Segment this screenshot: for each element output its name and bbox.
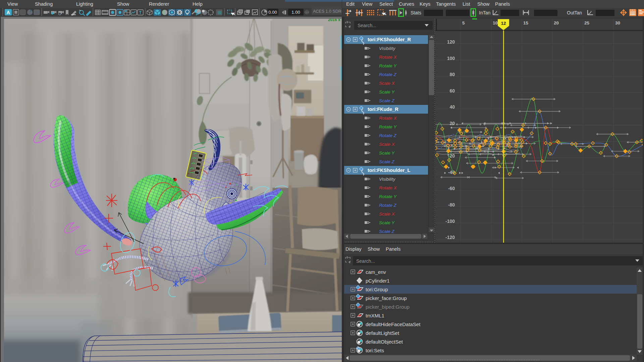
svg-text:Scale Y: Scale Y bbox=[379, 150, 395, 156]
svg-text:InTan: InTan bbox=[479, 10, 490, 15]
svg-text:Rotate Y: Rotate Y bbox=[379, 63, 397, 68]
svg-text:tori:FKShoulder_R: tori:FKShoulder_R bbox=[368, 37, 411, 42]
svg-text:25: 25 bbox=[584, 20, 590, 25]
svg-text:12: 12 bbox=[501, 21, 506, 26]
svg-text:60: 60 bbox=[449, 88, 455, 94]
svg-text:2016 x: 2016 x bbox=[328, 19, 340, 22]
svg-text:120: 120 bbox=[447, 39, 455, 45]
svg-text:A: A bbox=[6, 10, 10, 15]
svg-text:-120: -120 bbox=[445, 235, 455, 240]
svg-text:20: 20 bbox=[554, 20, 559, 25]
svg-text:tmXML1: tmXML1 bbox=[366, 313, 384, 318]
svg-text:OutTan: OutTan bbox=[567, 10, 582, 15]
svg-text:Search...: Search... bbox=[356, 258, 375, 264]
svg-text:-60: -60 bbox=[448, 186, 455, 191]
svg-text:T: T bbox=[139, 10, 142, 15]
svg-text:defaultHideFaceDataSet: defaultHideFaceDataSet bbox=[366, 321, 421, 327]
svg-text:tori:FKShoulder_L: tori:FKShoulder_L bbox=[368, 168, 410, 173]
svg-text:30: 30 bbox=[615, 20, 620, 25]
svg-text:5: 5 bbox=[462, 20, 465, 25]
svg-text:Scale Y: Scale Y bbox=[379, 89, 395, 95]
svg-text:Search...: Search... bbox=[358, 23, 376, 28]
svg-text:100: 100 bbox=[447, 56, 455, 61]
svg-text:Scale Z: Scale Z bbox=[379, 159, 395, 164]
svg-text:Rotate Z: Rotate Z bbox=[379, 72, 397, 77]
svg-text:Rotate Y: Rotate Y bbox=[379, 124, 397, 129]
svg-text:0.00: 0.00 bbox=[268, 10, 277, 15]
svg-text:20: 20 bbox=[449, 121, 455, 126]
svg-text:Scale X: Scale X bbox=[379, 212, 395, 217]
svg-text:Rotate Z: Rotate Z bbox=[379, 203, 397, 208]
svg-text:picker_biped:Group: picker_biped:Group bbox=[366, 304, 410, 310]
svg-text:Visibility: Visibility bbox=[379, 46, 396, 51]
svg-text:Scale Z: Scale Z bbox=[379, 98, 395, 103]
svg-text:80: 80 bbox=[449, 72, 455, 77]
svg-text:Scale Z: Scale Z bbox=[379, 229, 395, 234]
svg-text:40: 40 bbox=[449, 104, 455, 110]
svg-text:tori:FKude_R: tori:FKude_R bbox=[368, 107, 398, 112]
svg-text:ACES 1.0 SDR-vid: ACES 1.0 SDR-vid bbox=[313, 9, 342, 14]
svg-text:cam_env: cam_env bbox=[366, 269, 386, 275]
svg-text:Stats: Stats bbox=[411, 10, 421, 15]
svg-text:tori:Group: tori:Group bbox=[366, 287, 388, 292]
svg-text:-80: -80 bbox=[448, 202, 455, 207]
svg-text:Rotate Y: Rotate Y bbox=[379, 194, 397, 199]
svg-text:Rotate X: Rotate X bbox=[379, 55, 397, 60]
svg-text:Rotate Z: Rotate Z bbox=[379, 133, 397, 138]
svg-text:Rotate X: Rotate X bbox=[379, 116, 397, 121]
svg-text:Visibility: Visibility bbox=[379, 177, 396, 182]
svg-text:Scale X: Scale X bbox=[379, 142, 395, 147]
svg-text:tori:Sets: tori:Sets bbox=[366, 348, 384, 353]
svg-text:OFF: OFF bbox=[305, 11, 309, 14]
svg-text:-100: -100 bbox=[445, 219, 455, 224]
svg-text:Scale X: Scale X bbox=[379, 81, 395, 86]
svg-text:15: 15 bbox=[523, 20, 529, 25]
svg-text:10: 10 bbox=[493, 20, 498, 25]
svg-text:Scale Y: Scale Y bbox=[379, 220, 395, 225]
svg-text:picker_face:Group: picker_face:Group bbox=[366, 295, 407, 301]
svg-text:Rotate X: Rotate X bbox=[379, 185, 397, 190]
svg-text:1.00: 1.00 bbox=[291, 10, 300, 15]
svg-text:pCylinder1: pCylinder1 bbox=[366, 278, 390, 284]
svg-text:defaultLightSet: defaultLightSet bbox=[366, 330, 399, 336]
svg-text:defaultObjectSet: defaultObjectSet bbox=[366, 339, 403, 345]
